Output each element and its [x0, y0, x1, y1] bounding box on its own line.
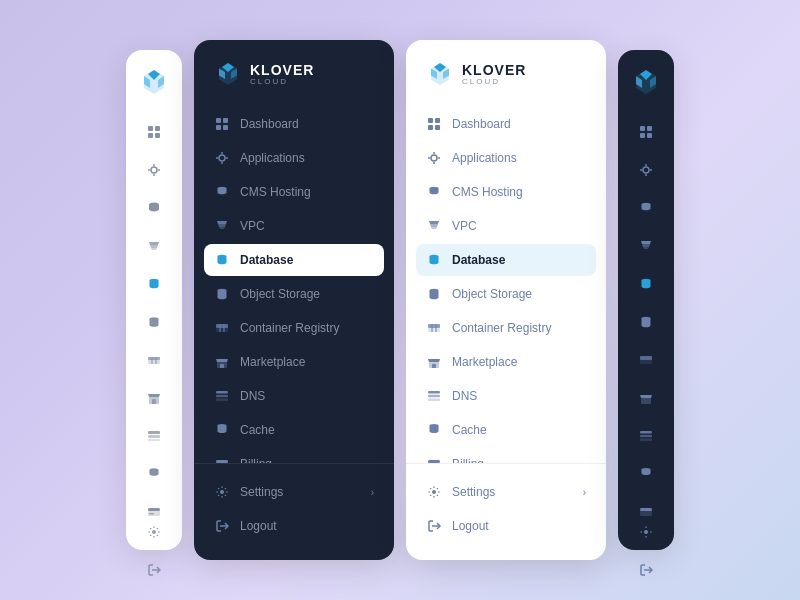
collapsed-logout-icon[interactable]: [144, 560, 164, 580]
collapsed-object-storage-icon-dark[interactable]: [636, 312, 656, 332]
svg-rect-40: [216, 324, 228, 328]
footer-settings-light[interactable]: Settings ›: [416, 476, 596, 508]
collapsed-vpc-icon[interactable]: [144, 236, 164, 256]
collapsed-dashboard-icon-dark[interactable]: [636, 122, 656, 142]
svg-rect-98: [640, 439, 652, 442]
nav-database-dark[interactable]: Database: [204, 244, 384, 276]
svg-rect-95: [641, 398, 651, 404]
container-label-dark: Container Registry: [240, 321, 339, 335]
collapsed-dns-icon-dark[interactable]: [636, 426, 656, 446]
database-label-dark: Database: [240, 253, 293, 267]
svg-rect-20: [148, 439, 160, 441]
collapsed-logo-dark: [630, 66, 662, 98]
svg-rect-101: [640, 508, 652, 511]
dns-icon-dark: [214, 388, 230, 404]
container-icon-dark: [214, 320, 230, 336]
nav-cache-light[interactable]: Cache: [416, 414, 596, 446]
nav-vpc-light[interactable]: VPC: [416, 210, 596, 242]
nav-database-light[interactable]: Database: [416, 244, 596, 276]
svg-rect-13: [148, 357, 160, 360]
logo-brand-light: KLOVER: [462, 63, 526, 77]
svg-rect-56: [428, 125, 433, 130]
nav-cms-dark[interactable]: CMS Hosting: [204, 176, 384, 208]
collapsed-dashboard-icon[interactable]: [144, 122, 164, 142]
collapsed-marketplace-icon[interactable]: [144, 388, 164, 408]
nav-dns-light[interactable]: DNS: [416, 380, 596, 412]
nav-cms-light[interactable]: CMS Hosting: [416, 176, 596, 208]
sidebars-container: KLOVER CLOUD Dashboard Applications: [120, 40, 680, 560]
nav-billing-light[interactable]: Billing: [416, 448, 596, 463]
collapsed-bottom-light: [144, 522, 164, 588]
cache-icon-dark: [214, 422, 230, 438]
settings-label-light: Settings: [452, 485, 573, 499]
collapsed-container-icon[interactable]: [144, 350, 164, 370]
collapsed-logout-icon-dark[interactable]: [636, 560, 656, 580]
cache-label-light: Cache: [452, 423, 487, 437]
applications-label-dark: Applications: [240, 151, 305, 165]
footer-settings-dark[interactable]: Settings ›: [204, 476, 384, 508]
nav-marketplace-light[interactable]: Marketplace: [416, 346, 596, 378]
collapsed-cms-icon[interactable]: [144, 198, 164, 218]
nav-applications-dark[interactable]: Applications: [204, 142, 384, 174]
sidebar-collapsed-dark: [618, 50, 674, 550]
collapsed-cms-icon-dark[interactable]: [636, 198, 656, 218]
dns-label-dark: DNS: [240, 389, 265, 403]
nav-object-storage-dark[interactable]: Object Storage: [204, 278, 384, 310]
svg-rect-28: [223, 118, 228, 123]
svg-rect-67: [428, 324, 440, 328]
collapsed-marketplace-icon-dark[interactable]: [636, 388, 656, 408]
vpc-label-light: VPC: [452, 219, 477, 233]
collapsed-settings-icon-dark[interactable]: [636, 522, 656, 542]
nav-container-registry-light[interactable]: Container Registry: [416, 312, 596, 344]
svg-point-31: [219, 155, 225, 161]
collapsed-settings-icon[interactable]: [144, 522, 164, 542]
database-icon-dark: [214, 252, 230, 268]
nav-vpc-dark[interactable]: VPC: [204, 210, 384, 242]
collapsed-database-icon-dark[interactable]: [636, 274, 656, 294]
collapsed-billing-icon-dark[interactable]: [636, 502, 656, 522]
nav-object-storage-light[interactable]: Object Storage: [416, 278, 596, 310]
svg-rect-97: [640, 435, 652, 438]
container-icon-light: [426, 320, 442, 336]
svg-rect-3: [155, 133, 160, 138]
nav-billing-dark[interactable]: Billing: [204, 448, 384, 463]
nav-container-registry-dark[interactable]: Container Registry: [204, 312, 384, 344]
svg-rect-24: [149, 513, 154, 515]
collapsed-billing-icon[interactable]: [144, 502, 164, 522]
collapsed-database-icon[interactable]: [144, 274, 164, 294]
nav-dns-dark[interactable]: DNS: [204, 380, 384, 412]
collapsed-applications-icon-dark[interactable]: [636, 160, 656, 180]
svg-point-85: [643, 167, 649, 173]
settings-icon-dark: [214, 484, 230, 500]
logout-icon-light: [426, 518, 442, 534]
vpc-icon-light: [426, 218, 442, 234]
footer-logout-light[interactable]: Logout: [416, 510, 596, 542]
svg-rect-1: [155, 126, 160, 131]
nav-applications-light[interactable]: Applications: [416, 142, 596, 174]
nav-dashboard-light[interactable]: Dashboard: [416, 108, 596, 140]
collapsed-cache-icon-dark[interactable]: [636, 464, 656, 484]
svg-rect-23: [148, 508, 160, 511]
collapsed-cache-icon[interactable]: [144, 464, 164, 484]
cache-icon-light: [426, 422, 442, 438]
svg-rect-2: [148, 133, 153, 138]
footer-logout-dark[interactable]: Logout: [204, 510, 384, 542]
svg-rect-71: [432, 364, 436, 368]
collapsed-applications-icon[interactable]: [144, 160, 164, 180]
dns-icon-light: [426, 388, 442, 404]
collapsed-dns-icon[interactable]: [144, 426, 164, 446]
svg-rect-27: [216, 118, 221, 123]
nav-dashboard-dark[interactable]: Dashboard: [204, 108, 384, 140]
logo-brand-dark: KLOVER: [250, 63, 314, 77]
cms-icon-light: [426, 184, 442, 200]
nav-marketplace-dark[interactable]: Marketplace: [204, 346, 384, 378]
settings-label-dark: Settings: [240, 485, 361, 499]
collapsed-vpc-icon-dark[interactable]: [636, 236, 656, 256]
svg-point-58: [431, 155, 437, 161]
nav-cache-dark[interactable]: Cache: [204, 414, 384, 446]
vpc-icon-dark: [214, 218, 230, 234]
collapsed-icons-light: [144, 122, 164, 522]
collapsed-object-storage-icon[interactable]: [144, 312, 164, 332]
collapsed-container-icon-dark[interactable]: [636, 350, 656, 370]
dashboard-label-light: Dashboard: [452, 117, 511, 131]
